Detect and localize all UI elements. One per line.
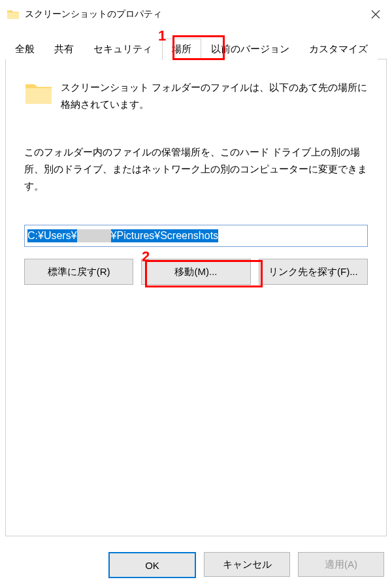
cancel-button[interactable]: キャンセル: [204, 552, 290, 577]
close-button[interactable]: [359, 0, 392, 29]
tab-location[interactable]: 場所: [162, 39, 201, 59]
tab-general[interactable]: 全般: [5, 39, 44, 59]
tab-strip: 全般 共有 セキュリティ 場所 以前のバージョン カスタマイズ: [5, 34, 387, 59]
path-segment-b: ¥Pictures¥Screenshots: [111, 229, 219, 242]
tab-sharing[interactable]: 共有: [44, 39, 84, 59]
folder-icon: [7, 9, 20, 20]
path-redacted-user: [77, 229, 111, 242]
location-description-2: このフォルダー内のファイルの保管場所を、このハード ドライブ上の別の場所、別のド…: [24, 144, 368, 195]
ok-button[interactable]: OK: [108, 552, 196, 578]
tab-customize[interactable]: カスタマイズ: [299, 39, 378, 59]
find-target-button[interactable]: リンク先を探す(F)...: [259, 259, 368, 285]
location-path-input[interactable]: C:¥Users¥¥Pictures¥Screenshots: [24, 225, 368, 247]
location-description-1: スクリーンショット フォルダーのファイルは、以下のあて先の場所に格納されています…: [61, 79, 368, 114]
path-segment-a: C:¥Users¥: [27, 229, 77, 242]
tab-panel-location: スクリーンショット フォルダーのファイルは、以下のあて先の場所に格納されています…: [5, 59, 387, 536]
folder-large-icon: [24, 80, 53, 106]
restore-default-button[interactable]: 標準に戻す(R): [24, 259, 133, 285]
window-title: スクリーンショットのプロパティ: [25, 8, 162, 20]
move-button[interactable]: 移動(M)...: [141, 259, 250, 285]
apply-button[interactable]: 適用(A): [298, 552, 384, 577]
tab-previous-versions[interactable]: 以前のバージョン: [201, 39, 299, 59]
tab-security[interactable]: セキュリティ: [84, 39, 162, 59]
